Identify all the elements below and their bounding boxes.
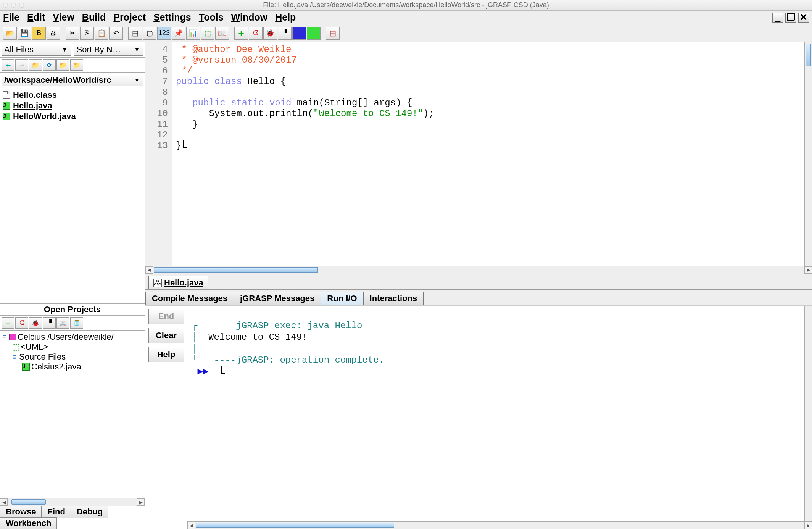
project-tree[interactable]: ⊟ Celcius /Users/deeweikle/ ⬚ <UML> ⊟ So… [0, 331, 145, 498]
java-file-icon: J [22, 363, 30, 371]
editor-hscroll[interactable]: ◀ ▶ [145, 266, 812, 274]
proj-doc-icon[interactable]: 📖 [56, 317, 69, 329]
code-editor[interactable]: * @author Dee Weikle * @version 08/30/20… [172, 42, 804, 266]
gcsd-icon: GCSD [153, 279, 162, 287]
clear-button[interactable]: Clear [148, 328, 184, 343]
message-tab-run-i-o[interactable]: Run I/O [321, 292, 363, 305]
left-tab-workbench[interactable]: Workbench [0, 517, 57, 529]
file-name: HelloWorld.java [13, 111, 76, 121]
scroll-left-icon[interactable]: ◀ [0, 498, 8, 506]
menu-view[interactable]: View [53, 12, 74, 23]
file-row[interactable]: JHelloWorld.java [2, 111, 142, 122]
scroll-thumb[interactable] [196, 523, 394, 528]
pin-icon[interactable]: 📌 [172, 27, 185, 40]
message-tab-compile-messages[interactable]: Compile Messages [145, 292, 234, 305]
project-hscroll[interactable]: ◀ ▶ [0, 498, 145, 506]
source-file-item[interactable]: Celsius2.java [31, 362, 81, 372]
menu-build[interactable]: Build [82, 12, 106, 23]
message-tab-interactions[interactable]: Interactions [363, 292, 424, 305]
editor-vscroll[interactable] [804, 42, 812, 266]
scroll-left-icon[interactable]: ◀ [187, 522, 195, 529]
linenumbers-icon[interactable]: 123 [157, 27, 171, 40]
compile-icon[interactable]: ＋ [234, 27, 248, 40]
message-tab-jgrasp-messages[interactable]: jGRASP Messages [234, 292, 321, 305]
scroll-thumb[interactable] [806, 44, 811, 66]
file-name: Hello.java [13, 101, 52, 111]
nav-folder2-icon[interactable]: 📁 [70, 59, 83, 71]
file-row[interactable]: JHello.java [2, 100, 142, 111]
scroll-thumb[interactable] [154, 267, 318, 273]
zoom-dot-icon[interactable] [19, 3, 24, 8]
undo-icon[interactable]: ↶ [109, 27, 123, 40]
menu-settings[interactable]: Settings [153, 12, 191, 23]
csd-remove-icon[interactable]: ▢ [143, 27, 156, 40]
sort-label: Sort By N… [77, 45, 121, 55]
window-traffic-lights [3, 3, 24, 8]
console-vscroll[interactable] [804, 306, 812, 522]
menubar: FileEditViewBuildProjectSettingsToolsWin… [0, 11, 812, 24]
menu-project[interactable]: Project [113, 12, 146, 23]
proj-run-icon[interactable]: ᗧ [15, 317, 28, 329]
tree-expand-icon[interactable]: ⊟ [2, 334, 8, 340]
paste-icon[interactable]: 📋 [95, 27, 108, 40]
scroll-right-icon[interactable]: ▶ [804, 266, 812, 274]
minimize-dot-icon[interactable] [11, 3, 16, 8]
tree-expand-icon[interactable]: ⊟ [12, 354, 18, 360]
save-b-icon[interactable]: B [32, 27, 46, 40]
cpg-icon[interactable]: 📊 [186, 27, 200, 40]
cut-icon[interactable]: ✂ [66, 27, 79, 40]
left-tab-find[interactable]: Find [42, 506, 71, 518]
console-exec: ----jGRASP exec: java Hello [208, 321, 362, 331]
doc-icon[interactable]: 📖 [215, 27, 229, 40]
proj-compile-icon[interactable]: ＋ [2, 317, 14, 329]
left-tab-browse[interactable]: Browse [0, 506, 42, 518]
mdi-minimize-button[interactable]: _ [772, 13, 783, 23]
source-files-node[interactable]: Source Files [19, 352, 66, 362]
path-combo[interactable]: /workspace/HelloWorld/src ▼ [2, 74, 143, 86]
mdi-close-button[interactable]: ✕ [798, 13, 809, 23]
viewer-icon[interactable]: ▝ [278, 27, 292, 40]
left-tab-debug[interactable]: Debug [71, 506, 108, 518]
close-dot-icon[interactable] [3, 3, 8, 8]
debug-icon[interactable]: 🐞 [263, 27, 277, 40]
nav-folder1-icon[interactable]: 📁 [56, 59, 69, 71]
green-square-icon[interactable] [307, 27, 321, 40]
run-icon[interactable]: ᗧ [249, 27, 263, 40]
nav-up-icon[interactable]: 📁 [29, 59, 42, 71]
class-file-icon [3, 91, 10, 99]
menu-tools[interactable]: Tools [199, 12, 224, 23]
mdi-maximize-button[interactable]: ❐ [785, 13, 796, 23]
proj-viewer-icon[interactable]: ▝ [43, 317, 56, 329]
save-icon[interactable]: 💾 [18, 27, 31, 40]
file-filter-combo[interactable]: All Files ▼ [2, 44, 71, 56]
uml-node[interactable]: <UML> [21, 342, 48, 352]
blue-square-icon[interactable] [292, 27, 306, 40]
menu-help[interactable]: Help [275, 12, 296, 23]
proj-debug-icon[interactable]: 🐞 [29, 317, 42, 329]
menu-file[interactable]: File [3, 12, 19, 23]
uml-icon[interactable]: ⬚ [201, 27, 214, 40]
nav-back-icon[interactable]: ⬅ [2, 59, 14, 71]
java-file-icon: J [3, 113, 10, 120]
proj-jar-icon[interactable]: 🫙 [70, 317, 83, 329]
copy-icon[interactable]: ⎘ [80, 27, 94, 40]
chevron-down-icon: ▼ [134, 46, 140, 53]
scroll-right-icon[interactable]: ▶ [804, 522, 812, 529]
console-hscroll[interactable]: ◀ ▶ [187, 521, 812, 529]
print-icon[interactable]: 🖨 [47, 27, 60, 40]
menu-window[interactable]: Window [231, 12, 268, 23]
nav-refresh-icon[interactable]: ⟳ [43, 59, 56, 71]
scroll-right-icon[interactable]: ▶ [137, 498, 145, 506]
file-row[interactable]: Hello.class [2, 90, 142, 100]
help-button[interactable]: Help [148, 347, 184, 362]
interactions-icon[interactable]: ▤ [326, 27, 340, 40]
menu-edit[interactable]: Edit [27, 12, 45, 23]
scroll-left-icon[interactable]: ◀ [145, 266, 153, 274]
nav-forward-icon[interactable]: ➡ [15, 59, 28, 71]
open-icon[interactable]: 📂 [3, 27, 17, 40]
csd-generate-icon[interactable]: ▤ [128, 27, 142, 40]
sort-combo[interactable]: Sort By N… ▼ [74, 44, 143, 56]
run-io-console[interactable]: ┌ ----jGRASP exec: java Hello │ Welcome … [187, 306, 804, 522]
editor-file-tab[interactable]: GCSD Hello.java [148, 276, 208, 289]
scroll-thumb[interactable] [11, 499, 46, 505]
